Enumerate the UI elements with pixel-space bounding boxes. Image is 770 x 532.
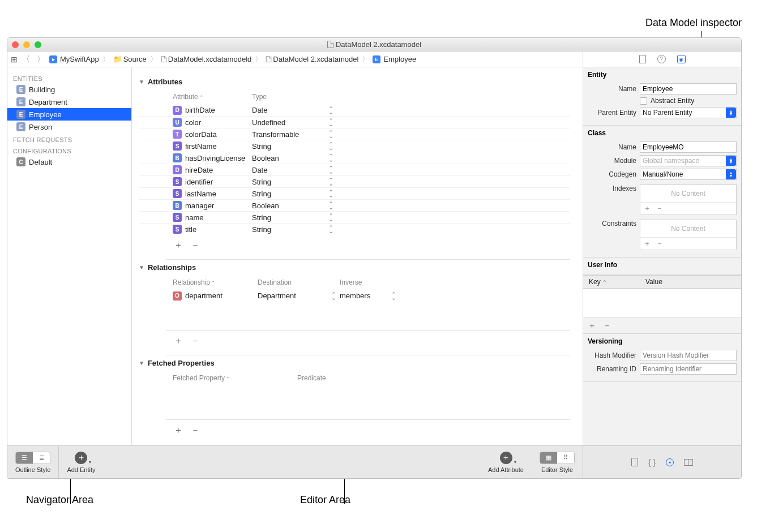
attribute-row[interactable]: BhasDrivingLicenseBoolean⌃⌄ [139, 152, 570, 164]
add-constraint-icon[interactable]: ＋ [644, 239, 651, 248]
outline-style-list-icon[interactable]: ☰ [16, 452, 33, 464]
type-stepper-icon[interactable]: ⌃⌄ [328, 214, 333, 221]
remove-attribute-icon[interactable]: － [191, 239, 200, 251]
col-relationship[interactable]: Relationship⌃ [173, 278, 258, 286]
file-template-icon[interactable] [631, 458, 638, 466]
col-attribute[interactable]: Attribute⌃ [173, 93, 252, 101]
add-user-info-icon[interactable]: ＋ [588, 320, 596, 331]
add-relationship-icon[interactable]: ＋ [174, 335, 183, 347]
attribute-type: Date [252, 106, 267, 114]
object-library-icon[interactable]: ● [666, 458, 674, 466]
attribute-name: hasDrivingLicense [185, 154, 245, 162]
add-fetched-icon[interactable]: ＋ [174, 424, 183, 436]
remove-fetched-icon[interactable]: － [191, 424, 200, 436]
outline-style-tree-icon[interactable]: ≣ [33, 452, 50, 464]
inv-stepper-icon[interactable]: ⌃⌄ [391, 293, 396, 299]
constraints-box[interactable]: No Content ＋－ [640, 220, 737, 250]
attribute-row[interactable]: SfirstNameString⌃⌄ [139, 140, 570, 152]
type-stepper-icon[interactable]: ⌃⌄ [328, 226, 333, 233]
quick-help-icon[interactable]: ? [657, 55, 666, 63]
entity-person[interactable]: EPerson [7, 121, 131, 133]
type-stepper-icon[interactable]: ⌃⌄ [328, 202, 333, 209]
crumb-entity[interactable]: EEmployee [373, 55, 416, 63]
relationship-row[interactable]: OdepartmentDepartment⌃⌄members⌃⌄ [139, 290, 570, 302]
type-stepper-icon[interactable]: ⌃⌄ [328, 107, 333, 114]
attribute-row[interactable]: SnameString⌃⌄ [139, 211, 570, 223]
renaming-id-field[interactable] [640, 363, 737, 375]
attribute-type: String [252, 142, 271, 151]
crumb-model[interactable]: DataModel 2.xcdatamodel [266, 55, 358, 63]
attribute-row[interactable]: StitleString⌃⌄ [139, 223, 570, 235]
attribute-row[interactable]: BmanagerBoolean⌃⌄ [139, 199, 570, 211]
user-info-columns: Key ⌃ Value [583, 275, 741, 289]
type-stepper-icon[interactable]: ⌃⌄ [328, 155, 333, 161]
file-inspector-icon[interactable] [639, 55, 646, 63]
callout-editor: Editor Area [300, 494, 350, 506]
add-attribute-button[interactable]: ＋▾ [500, 452, 512, 464]
codegen-select[interactable]: Manual/None ▲▼ [640, 169, 737, 180]
col-fetched-property[interactable]: Fetched Property⌃ [173, 374, 297, 382]
abstract-entity-checkbox[interactable] [640, 97, 647, 105]
crumb-folder[interactable]: 📁Source [113, 55, 147, 63]
crumb-project[interactable]: ▸MySwiftApp [49, 55, 99, 63]
type-stepper-icon[interactable]: ⌃⌄ [328, 166, 333, 173]
attribute-name: birthDate [185, 106, 215, 114]
col-inverse[interactable]: Inverse [340, 278, 396, 286]
config-default[interactable]: CDefault [7, 156, 131, 168]
code-snippet-icon[interactable]: { } [648, 458, 656, 467]
back-button[interactable]: 〈 [20, 54, 32, 65]
parent-entity-select[interactable]: No Parent Entity ▲▼ [640, 107, 737, 118]
attributes-section[interactable]: ▼ Attributes [139, 74, 570, 89]
user-info-value-col[interactable]: Value [645, 278, 662, 286]
remove-index-icon[interactable]: － [656, 204, 663, 213]
dest-stepper-icon[interactable]: ⌃⌄ [331, 293, 336, 299]
remove-relationship-icon[interactable]: － [191, 335, 200, 347]
attribute-row[interactable]: DhireDateDate⌃⌄ [139, 164, 570, 175]
entity-building[interactable]: EBuilding [7, 83, 131, 96]
editor-style-table-icon[interactable]: ▦ [540, 452, 557, 464]
type-stepper-icon[interactable]: ⌃⌄ [328, 143, 333, 149]
media-library-icon[interactable] [684, 459, 693, 466]
hash-modifier-field[interactable] [640, 350, 737, 361]
col-type[interactable]: Type [252, 93, 337, 101]
user-info-table[interactable] [583, 289, 741, 318]
forward-button[interactable]: 〉 [35, 54, 47, 65]
fetched-section[interactable]: ▼ Fetched Properties [139, 355, 570, 371]
entity-section: Entity Name Abstract Entity Parent Entit… [583, 67, 741, 126]
relationships-title: Relationships [148, 263, 196, 272]
col-destination[interactable]: Destination [258, 278, 340, 286]
attribute-row[interactable]: TcolorDataTransformable⌃⌄ [139, 128, 570, 140]
indexes-box[interactable]: No Content ＋－ [640, 185, 737, 215]
module-select[interactable]: Global namespace ▲▼ [640, 155, 737, 166]
data-model-inspector-icon[interactable]: ◉ [677, 55, 686, 63]
attribute-row[interactable]: SidentifierString⌃⌄ [139, 175, 570, 187]
col-predicate[interactable]: Predicate [297, 374, 382, 382]
attribute-row[interactable]: DbirthDateDate⌃⌄ [139, 104, 570, 116]
type-badge-icon: S [173, 213, 182, 222]
type-stepper-icon[interactable]: ⌃⌄ [328, 119, 333, 126]
remove-user-info-icon[interactable]: － [603, 320, 611, 331]
add-attribute-icon[interactable]: ＋ [174, 239, 183, 251]
add-index-icon[interactable]: ＋ [644, 204, 651, 213]
attribute-row[interactable]: SlastNameString⌃⌄ [139, 187, 570, 199]
versioning-section: Versioning Hash Modifier Renaming ID [583, 334, 741, 382]
xcode-window: DataModel 2.xcdatamodel ⊞ 〈 〉 ▸MySwiftAp… [7, 37, 742, 479]
related-items-icon[interactable]: ⊞ [11, 55, 18, 64]
type-stepper-icon[interactable]: ⌃⌄ [328, 131, 333, 138]
attribute-row[interactable]: UcolorUndefined⌃⌄ [139, 116, 570, 128]
config-badge-icon: C [16, 157, 25, 166]
attribute-type: Boolean [252, 201, 279, 210]
entity-department[interactable]: EDepartment [7, 96, 131, 108]
editor-style-graph-icon[interactable]: ⠿ [557, 452, 574, 464]
attributes-title: Attributes [148, 78, 182, 86]
add-entity-button[interactable]: ＋▾ [75, 452, 87, 464]
type-stepper-icon[interactable]: ⌃⌄ [328, 178, 333, 185]
entity-name-field[interactable] [640, 83, 737, 95]
user-info-key-col[interactable]: Key [589, 278, 601, 286]
class-name-field[interactable] [640, 141, 737, 153]
crumb-modeld[interactable]: DataModel.xcdatamodeld [161, 55, 251, 63]
remove-constraint-icon[interactable]: － [656, 239, 663, 248]
relationships-section[interactable]: ▼ Relationships [139, 260, 570, 275]
entity-employee[interactable]: EEmployee [7, 108, 131, 121]
type-stepper-icon[interactable]: ⌃⌄ [328, 190, 333, 197]
